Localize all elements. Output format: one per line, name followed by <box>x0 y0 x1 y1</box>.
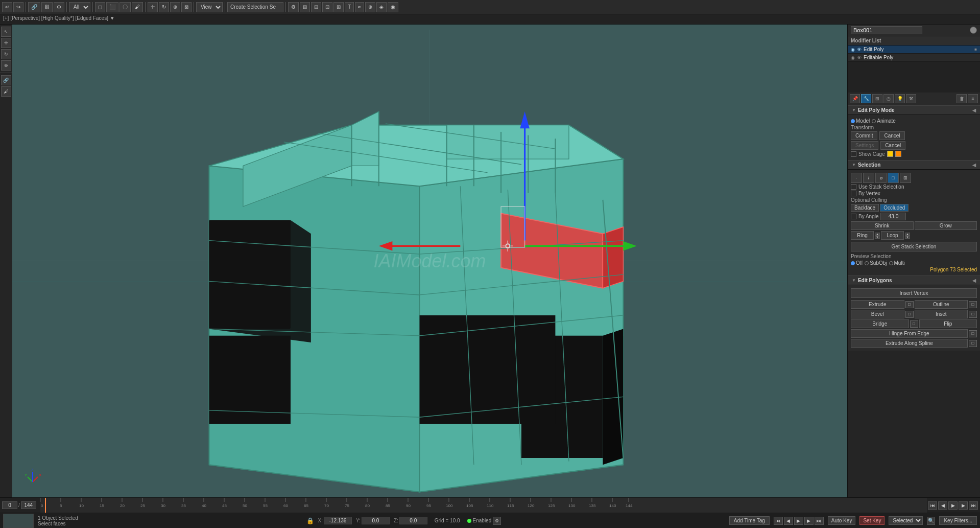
toolbar-extra-6[interactable]: T <box>345 2 354 12</box>
selection-collapse[interactable]: ◀ <box>972 163 976 168</box>
cancel2-button[interactable]: Cancel <box>880 141 905 150</box>
motion-button[interactable]: ◷ <box>883 94 894 103</box>
model-radio[interactable]: Model <box>851 118 870 124</box>
settings-button[interactable]: Settings <box>851 141 878 150</box>
undo-button[interactable]: ↩ <box>2 2 12 12</box>
get-stack-selection-button[interactable]: Get Stack Selection <box>851 242 977 251</box>
object-name-input[interactable] <box>851 26 922 34</box>
lock-icon[interactable]: 🔒 <box>306 517 314 524</box>
rotate-button[interactable]: ↻ <box>159 2 169 12</box>
total-frame-input[interactable] <box>21 501 36 509</box>
bevel-settings-btn[interactable]: □ <box>905 311 914 318</box>
modifier-button[interactable]: 🔧 <box>861 94 871 103</box>
select-button[interactable]: ◻ <box>95 2 105 12</box>
lt-link[interactable]: 🔗 <box>1 75 11 85</box>
bridge-button[interactable]: Bridge <box>851 319 909 328</box>
toolbar-extra-8[interactable]: ⊕ <box>365 2 375 12</box>
lt-paint[interactable]: 🖌 <box>1 86 11 97</box>
inset-button[interactable]: Inset <box>915 310 968 318</box>
right-go-end[interactable]: ⏭ <box>815 517 824 525</box>
set-key-button[interactable]: Set Key <box>859 516 885 525</box>
utility-button[interactable]: ⚒ <box>906 94 916 103</box>
edge-mode-btn[interactable]: / <box>863 173 874 183</box>
select-region-button[interactable]: ⬛ <box>106 2 118 12</box>
play-btn[interactable]: ▶ <box>948 501 958 510</box>
multi-radio[interactable]: Multi <box>889 260 905 266</box>
by-angle-input[interactable] <box>880 213 906 220</box>
toolbar-extra-1[interactable]: ⚙ <box>288 2 299 12</box>
show-cage-checkbox[interactable] <box>851 151 856 157</box>
toolbar-extra-7[interactable]: ≈ <box>355 2 364 12</box>
toolbar-extra-10[interactable]: ◉ <box>388 2 398 12</box>
unlink-button[interactable]: ⛓ <box>41 2 53 12</box>
by-vertex-checkbox[interactable] <box>851 191 856 196</box>
commit-button[interactable]: Commit <box>851 131 877 140</box>
enabled-settings-btn[interactable]: ⚙ <box>493 517 501 525</box>
cage-color-2[interactable] <box>895 151 901 157</box>
current-frame-input[interactable] <box>2 501 17 509</box>
prev-frame-btn[interactable]: ◀ <box>938 501 947 510</box>
modifier-edit-poly[interactable]: ◉ 👁 Edit Poly ■ <box>848 45 980 54</box>
inset-settings-btn[interactable]: □ <box>969 311 977 318</box>
toolbar-extra-4[interactable]: ⊡ <box>322 2 332 12</box>
extrude-spline-settings-btn[interactable]: □ <box>969 340 977 347</box>
edit-poly-mode-collapse[interactable]: ◀ <box>972 108 976 113</box>
backface-button[interactable]: Backface <box>851 204 879 212</box>
color-picker-btn[interactable] <box>970 27 977 34</box>
add-time-tag-button[interactable]: Add Time Tag <box>729 516 770 525</box>
go-to-end-btn[interactable]: ⏭ <box>969 501 978 510</box>
bevel-button[interactable]: Bevel <box>851 310 904 318</box>
toolbar-extra-3[interactable]: ⊟ <box>311 2 321 12</box>
selection-header[interactable]: ▼ Selection ◀ <box>848 160 980 170</box>
cage-color-1[interactable] <box>887 151 893 157</box>
bind-button[interactable]: ⚙ <box>54 2 64 12</box>
scale-uniform-button[interactable]: ⊠ <box>181 2 192 12</box>
hierarchy-button[interactable]: ⊞ <box>872 94 882 103</box>
lt-move[interactable]: ✛ <box>1 38 11 48</box>
options-button[interactable]: ≡ <box>968 94 978 103</box>
bridge-settings-btn[interactable]: □ <box>910 320 918 328</box>
create-selection-button[interactable]: Create Selection Se <box>227 2 283 12</box>
subobj-radio[interactable]: SubObj <box>865 260 887 266</box>
display-button[interactable]: 💡 <box>895 94 905 103</box>
lt-select[interactable]: ↖ <box>1 27 11 37</box>
shrink-button[interactable]: Shrink <box>851 221 914 230</box>
toolbar-extra-2[interactable]: ⊞ <box>300 2 310 12</box>
search-icon[interactable]: 🔍 <box>927 517 935 525</box>
x-value-input[interactable] <box>324 517 352 524</box>
next-frame-btn[interactable]: ▶ <box>959 501 968 510</box>
right-prev[interactable]: ◀ <box>784 517 793 525</box>
use-stack-selection-checkbox[interactable] <box>851 184 856 190</box>
polygon-mode-btn[interactable]: □ <box>888 173 899 183</box>
right-play[interactable]: ▶ <box>794 517 803 525</box>
extrude-along-spline-button[interactable]: Extrude Along Spline <box>851 339 968 348</box>
cancel-button[interactable]: Cancel <box>879 131 904 140</box>
trash-button[interactable]: 🗑 <box>957 94 967 103</box>
scale-button[interactable]: ⊕ <box>170 2 180 12</box>
lt-rotate[interactable]: ↻ <box>1 49 11 59</box>
y-value-input[interactable] <box>362 517 390 524</box>
viewport[interactable]: IAIModel.com X Y Z <box>12 25 847 497</box>
occluded-button[interactable]: Occluded <box>880 204 909 212</box>
timeline-ruler[interactable]: 0 5 10 15 20 25 30 35 40 45 50 55 60 <box>40 498 927 513</box>
lt-scale[interactable]: ⊕ <box>1 60 11 71</box>
modifier-editable-poly[interactable]: ◉ 👁 Editable Poly <box>848 54 980 62</box>
right-go-start[interactable]: ⏮ <box>774 517 783 525</box>
hinge-settings-btn[interactable]: □ <box>969 330 977 337</box>
redo-button[interactable]: ↪ <box>13 2 23 12</box>
selected-dropdown[interactable]: Selected <box>889 516 923 525</box>
extrude-settings-btn[interactable]: □ <box>905 301 914 308</box>
extrude-button[interactable]: Extrude <box>851 300 904 309</box>
edit-poly-mode-header[interactable]: ▼ Edit Poly Mode ◀ <box>848 105 980 115</box>
loop-down[interactable]: ▼ <box>905 236 910 239</box>
grow-button[interactable]: Grow <box>915 221 977 230</box>
element-mode-btn[interactable]: ⊞ <box>900 173 911 183</box>
pin-button[interactable]: 📌 <box>850 94 860 103</box>
loop-button[interactable]: Loop <box>881 231 904 240</box>
ring-button[interactable]: Ring <box>851 231 874 240</box>
z-value-input[interactable] <box>399 517 427 524</box>
right-next[interactable]: ▶ <box>804 517 814 525</box>
by-angle-checkbox[interactable] <box>851 214 856 219</box>
insert-vertex-button[interactable]: Insert Vertex <box>851 288 977 298</box>
toolbar-extra-9[interactable]: ◈ <box>376 2 387 12</box>
